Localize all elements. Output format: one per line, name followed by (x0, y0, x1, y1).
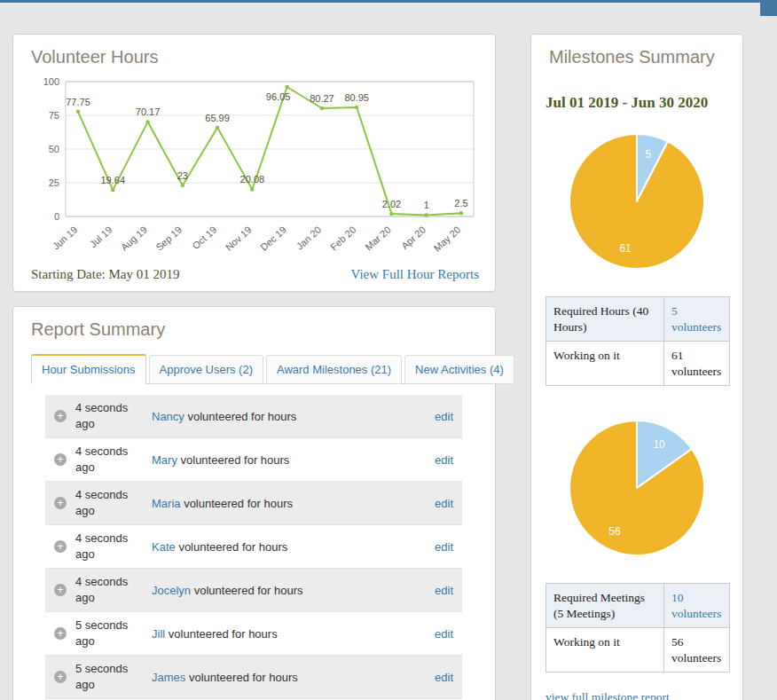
milestones-summary-title: Milestones Summary (549, 47, 742, 67)
activity-description: Jocelyn volunteered for hours (152, 584, 424, 597)
svg-text:20.08: 20.08 (240, 174, 265, 185)
activity-action-text: volunteered for hours (194, 584, 303, 597)
volunteer-name-link[interactable]: Nancy (152, 410, 184, 423)
edit-link[interactable]: edit (435, 584, 453, 597)
top-nav-edge (0, 0, 760, 3)
tab-new-activities-4[interactable]: New Activities (4) (404, 355, 514, 384)
activity-description: Nancy volunteered for hours (152, 410, 424, 423)
svg-text:Sep 19: Sep 19 (153, 224, 184, 253)
expand-plus-icon[interactable]: + (54, 497, 67, 509)
volunteer-hours-line-chart: 025507510077.75Jun 1919.64Jul 1970.17Aug… (26, 73, 483, 255)
volunteer-name-link[interactable]: Maria (152, 497, 181, 510)
milestone-pie-hours: 561 (531, 126, 742, 277)
expand-plus-icon[interactable]: + (54, 671, 67, 683)
milestone-label: Required Meetings (5 Meetings) (546, 584, 664, 628)
hours-footer: Starting Date: May 01 2019 View Full Hou… (31, 267, 479, 282)
svg-text:2.5: 2.5 (454, 198, 467, 208)
svg-text:10: 10 (653, 439, 665, 452)
svg-text:23: 23 (177, 170, 188, 181)
milestones-summary-panel: Milestones Summary Jul 01 2019 - Jun 30 … (530, 34, 743, 700)
activity-row: + 5 seconds ago Jill volunteered for hou… (45, 612, 462, 656)
activity-action-text: volunteered for hours (169, 627, 278, 641)
activity-time: 4 seconds ago (75, 574, 143, 605)
expand-plus-icon[interactable]: + (54, 627, 67, 640)
svg-text:0: 0 (54, 211, 59, 222)
edit-link[interactable]: edit (435, 671, 453, 684)
activity-row: + 4 seconds ago Mary volunteered for hou… (45, 438, 462, 482)
expand-plus-icon[interactable]: + (54, 453, 67, 466)
svg-text:Mar 20: Mar 20 (363, 224, 392, 253)
view-full-milestone-report-link[interactable]: view full milestone report (545, 690, 670, 700)
report-tabs: Hour Submissions Approve Users (2)Award … (31, 354, 477, 384)
volunteers-count-text: 61 volunteers (664, 342, 730, 386)
svg-text:5: 5 (646, 148, 652, 161)
svg-text:100: 100 (43, 76, 59, 87)
activity-action-text: volunteered for hours (187, 410, 296, 423)
volunteers-count-link[interactable]: 10 volunteers (671, 591, 721, 620)
edit-link[interactable]: edit (435, 453, 453, 467)
milestone-label: Working on it (546, 628, 664, 672)
tab-award-milestones-21[interactable]: Award Milestones (21) (266, 355, 402, 384)
tab-hour-submissions[interactable]: Hour Submissions (31, 354, 146, 384)
top-right-corner-block (760, 0, 777, 16)
svg-text:Dec 19: Dec 19 (258, 224, 288, 253)
activity-row: + 4 seconds ago Nancy volunteered for ho… (45, 395, 462, 438)
activity-time: 4 seconds ago (75, 444, 143, 475)
activity-row: + 4 seconds ago Kate volunteered for hou… (45, 525, 462, 569)
activity-action-text: volunteered for hours (181, 453, 290, 467)
activity-time: 5 seconds ago (75, 661, 143, 692)
edit-link[interactable]: edit (435, 627, 453, 641)
expand-plus-icon[interactable]: + (54, 410, 67, 422)
activity-action-text: volunteered for hours (189, 671, 298, 684)
svg-text:Nov 19: Nov 19 (224, 224, 254, 253)
svg-text:Jan 20: Jan 20 (294, 224, 324, 252)
activity-time: 5 seconds ago (75, 617, 143, 649)
edit-link[interactable]: edit (435, 410, 453, 423)
svg-text:May 20: May 20 (431, 224, 462, 254)
volunteer-name-link[interactable]: Mary (152, 453, 177, 467)
volunteers-count-link[interactable]: 5 volunteers (671, 304, 721, 334)
volunteer-hours-panel: Volunteer Hours 025507510077.75Jun 1919.… (12, 34, 496, 292)
volunteer-hours-title: Volunteer Hours (31, 47, 495, 67)
report-summary-panel: Report Summary Hour Submissions Approve … (12, 306, 496, 700)
edit-link[interactable]: edit (435, 497, 453, 510)
svg-text:80.95: 80.95 (344, 92, 369, 103)
view-full-hour-reports-link[interactable]: View Full Hour Reports (350, 267, 479, 282)
svg-text:2.02: 2.02 (382, 199, 401, 209)
svg-text:65.99: 65.99 (205, 113, 230, 123)
expand-plus-icon[interactable]: + (54, 584, 67, 596)
expand-plus-icon[interactable]: + (54, 540, 67, 553)
activity-row: + 4 seconds ago Maria volunteered for ho… (45, 482, 462, 525)
table-row: Working on it 61 volunteers (546, 342, 730, 386)
svg-text:70.17: 70.17 (136, 106, 161, 117)
svg-text:50: 50 (49, 144, 59, 154)
activity-action-text: volunteered for hours (178, 540, 287, 554)
activity-row: + 4 seconds ago Jocelyn volunteered for … (45, 569, 462, 612)
svg-text:80.27: 80.27 (310, 93, 334, 104)
milestones-date-range: Jul 01 2019 - Jun 30 2020 (545, 94, 728, 112)
activity-action-text: volunteered for hours (184, 497, 293, 510)
activity-description: Mary volunteered for hours (152, 453, 424, 467)
svg-text:56: 56 (608, 525, 621, 538)
activity-list: + 4 seconds ago Nancy volunteered for ho… (45, 395, 462, 699)
svg-text:Feb 20: Feb 20 (328, 224, 357, 253)
svg-text:96.05: 96.05 (266, 91, 291, 102)
activity-description: Maria volunteered for hours (152, 497, 424, 510)
volunteer-name-link[interactable]: Jocelyn (152, 584, 191, 597)
starting-date-label: Starting Date: May 01 2019 (31, 267, 179, 282)
volunteer-name-link[interactable]: Jill (152, 627, 165, 641)
milestone-pie-meetings: 1056 (531, 413, 742, 563)
milestone-label: Required Hours (40 Hours) (546, 297, 664, 342)
volunteer-name-link[interactable]: Kate (152, 540, 176, 554)
volunteer-name-link[interactable]: James (152, 671, 185, 684)
tab-approve-users-2[interactable]: Approve Users (2) (149, 355, 263, 384)
table-row: Required Meetings (5 Meetings) 10 volunt… (546, 584, 730, 628)
edit-link[interactable]: edit (435, 540, 453, 554)
svg-text:Oct 19: Oct 19 (190, 224, 218, 252)
table-row: Working on it 56 volunteers (546, 628, 730, 672)
svg-text:19.64: 19.64 (101, 175, 126, 185)
milestone-table-hours: Required Hours (40 Hours) 5 volunteers W… (545, 296, 730, 386)
activity-time: 4 seconds ago (75, 400, 143, 431)
activity-description: Kate volunteered for hours (152, 540, 424, 554)
svg-text:Apr 20: Apr 20 (399, 224, 428, 252)
